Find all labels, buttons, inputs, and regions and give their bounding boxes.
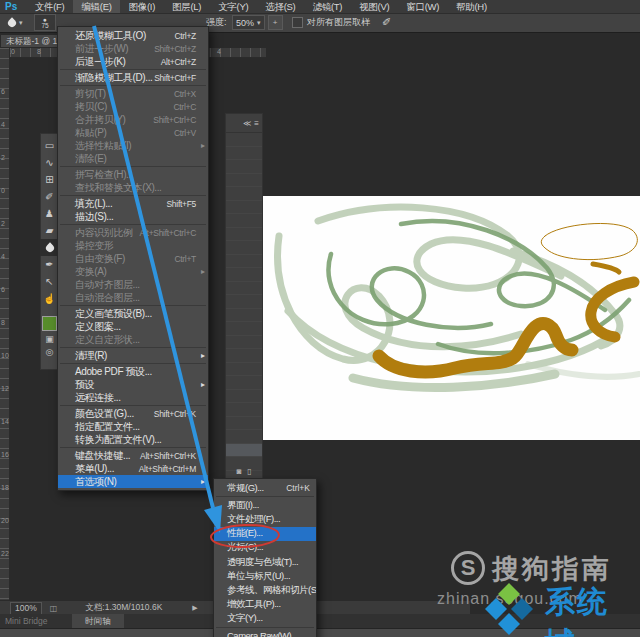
crop-tool[interactable]: ⊞ (41, 171, 58, 188)
history-row[interactable] (226, 133, 262, 147)
edit-menu-item[interactable]: 填充(L)...Shift+F5 (58, 197, 208, 210)
edit-menu-item[interactable]: 描边(S)... (58, 210, 208, 223)
preferences-item[interactable]: 界面(I)... (214, 498, 316, 512)
menubar-item-9[interactable]: 帮助(H) (448, 0, 496, 13)
strength-dropdown[interactable]: 50% ▾ + (228, 13, 283, 32)
history-row[interactable] (226, 417, 262, 431)
history-row[interactable] (226, 322, 262, 336)
menubar-item-8[interactable]: 窗口(W) (398, 0, 448, 13)
history-row[interactable] (226, 430, 262, 444)
edit-menu-item[interactable]: 转换为配置文件(V)... (58, 433, 208, 446)
menubar-item-3[interactable]: 图层(L) (164, 0, 210, 13)
menubar-item-4[interactable]: 文字(Y) (210, 0, 257, 13)
history-row[interactable] (226, 160, 262, 174)
edit-menu-item[interactable]: 清理(R)▸ (58, 349, 208, 362)
edit-menu-item[interactable]: 后退一步(K)Alt+Ctrl+Z (58, 55, 208, 68)
edit-menu-item[interactable]: 清除(E) (58, 152, 208, 165)
preferences-item[interactable]: 文件处理(F)... (214, 512, 316, 526)
history-row[interactable] (226, 268, 262, 282)
clone-stamp-tool[interactable]: ♟ (41, 205, 58, 222)
edit-menu-item[interactable]: 菜单(U)...Alt+Shift+Ctrl+M (58, 462, 208, 475)
edit-menu-item[interactable]: 粘贴(P)Ctrl+V (58, 126, 208, 139)
trash-icon[interactable]: ▯ (247, 467, 251, 476)
canvas[interactable] (263, 196, 640, 440)
edit-menu-item[interactable]: 定义自定形状... (58, 333, 208, 346)
edit-menu-item[interactable]: 剪切(T)Ctrl+X (58, 87, 208, 100)
zoom-level-field[interactable]: 100% (10, 602, 42, 615)
tablet-pressure-button[interactable]: ✐ (382, 13, 391, 32)
direct-selection-tool[interactable]: ↖ (41, 273, 58, 290)
camera-icon[interactable]: ◙ (236, 467, 241, 476)
history-row[interactable] (226, 363, 262, 377)
preferences-item[interactable]: 常规(G)...Ctrl+K (214, 481, 316, 495)
history-row[interactable] (226, 336, 262, 350)
pressure-toggle[interactable]: + (268, 15, 283, 30)
pen-tool[interactable]: ✒ (41, 256, 58, 273)
sample-all-layers-option[interactable]: 对所有图层取样 (292, 13, 370, 32)
history-row[interactable] (226, 174, 262, 188)
edit-menu-item[interactable]: 指定配置文件... (58, 420, 208, 433)
history-row[interactable] (226, 201, 262, 215)
menubar-item-7[interactable]: 视图(V) (351, 0, 398, 13)
quick-mask-icon[interactable]: ◎ (46, 347, 54, 357)
menubar-item-6[interactable]: 滤镜(T) (304, 0, 351, 13)
menubar-item-1[interactable]: 编辑(E) (73, 0, 120, 13)
history-row[interactable] (226, 228, 262, 242)
edit-menu-item[interactable]: 前进一步(W)Shift+Ctrl+Z (58, 42, 208, 55)
edit-menu-item[interactable]: 拼写检查(H)... (58, 168, 208, 181)
history-row[interactable] (226, 214, 262, 228)
foreground-color-swatch[interactable] (42, 316, 57, 331)
history-row[interactable] (226, 349, 262, 363)
preferences-item[interactable]: 性能(E)... (214, 527, 316, 541)
history-row[interactable] (226, 147, 262, 161)
hand-tool[interactable]: ☝ (41, 290, 58, 307)
preferences-item[interactable]: 单位与标尺(U)... (214, 569, 316, 583)
panel-menu-icon[interactable]: ≡ (254, 119, 259, 128)
history-row[interactable] (226, 390, 262, 404)
edit-menu-item[interactable]: 查找和替换文本(X)... (58, 181, 208, 194)
lasso-tool[interactable]: ∿ (41, 154, 58, 171)
preferences-item[interactable]: 光标(C)... (214, 541, 316, 555)
preferences-item[interactable]: Camera Raw(W)... (214, 629, 316, 637)
edit-menu-item[interactable]: 定义画笔预设(B)... (58, 307, 208, 320)
preferences-item[interactable]: 增效工具(P)... (214, 598, 316, 612)
history-row[interactable] (226, 187, 262, 201)
edit-menu-item[interactable]: Adobe PDF 预设... (58, 365, 208, 378)
edit-menu-item[interactable]: 自动混合图层... (58, 291, 208, 304)
edit-menu-item[interactable]: 变换(A)▸ (58, 265, 208, 278)
menubar-item-5[interactable]: 选择(S) (257, 0, 304, 13)
tab-mini-bridge[interactable]: Mini Bridge (5, 616, 48, 626)
history-row[interactable] (226, 444, 262, 458)
edit-menu-item[interactable]: 渐隐模糊工具(D)...Shift+Ctrl+F (58, 71, 208, 84)
edit-menu-item[interactable]: 还原模糊工具(O)Ctrl+Z (58, 29, 208, 42)
history-row[interactable] (226, 282, 262, 296)
status-menu-arrow-icon[interactable]: ▶ (192, 604, 197, 612)
history-row[interactable] (226, 309, 262, 323)
brush-preset-picker[interactable]: ● 75 (34, 13, 56, 32)
edit-menu-item[interactable]: 自由变换(F)Ctrl+T (58, 252, 208, 265)
edit-menu-item[interactable]: 合并拷贝(Y)Shift+Ctrl+C (58, 113, 208, 126)
history-row[interactable] (226, 241, 262, 255)
history-row[interactable] (226, 403, 262, 417)
marquee-tool[interactable]: ▭ (41, 137, 58, 154)
edit-menu-item[interactable]: 自动对齐图层... (58, 278, 208, 291)
menubar-item-0[interactable]: 文件(F) (26, 0, 73, 13)
history-row[interactable] (226, 255, 262, 269)
menubar-item-2[interactable]: 图像(I) (120, 0, 163, 13)
history-row[interactable] (226, 376, 262, 390)
edit-menu-item[interactable]: 预设▸ (58, 378, 208, 391)
blur-tool-preset[interactable]: ▾ (8, 13, 23, 32)
edit-menu-item[interactable]: 远程连接... (58, 391, 208, 404)
edit-menu-item[interactable]: 选择性粘贴(I)▸ (58, 139, 208, 152)
preferences-item[interactable]: 参考线、网格和切片(S)... (214, 583, 316, 597)
history-row[interactable] (226, 295, 262, 309)
preferences-item[interactable]: 透明度与色域(T)... (214, 555, 316, 569)
edit-menu-item[interactable]: 操控变形 (58, 239, 208, 252)
edit-menu-item[interactable]: 拷贝(C)Ctrl+C (58, 100, 208, 113)
mask-icon[interactable]: ▣ (45, 334, 54, 344)
edit-menu-item[interactable]: 定义图案... (58, 320, 208, 333)
preferences-item[interactable]: 文字(Y)... (214, 612, 316, 626)
edit-menu-item[interactable]: 键盘快捷键...Alt+Shift+Ctrl+K (58, 449, 208, 462)
eyedropper-tool[interactable]: ✐ (41, 188, 58, 205)
edit-menu-item[interactable]: 内容识别比例Alt+Shift+Ctrl+C (58, 226, 208, 239)
